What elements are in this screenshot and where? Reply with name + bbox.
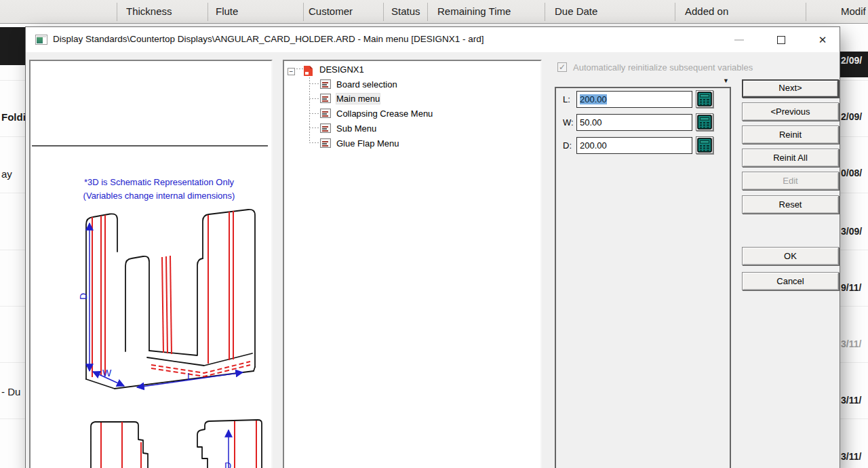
background-table-header: Thickness Flute Customer Status Remainin… xyxy=(0,0,868,24)
dim-label-depth-flat: D xyxy=(224,461,231,468)
calculator-icon xyxy=(697,138,712,153)
chevron-down-icon[interactable]: ▼ xyxy=(723,77,729,84)
depth-calculator-button[interactable] xyxy=(696,136,713,154)
length-value-selected: 200.00 xyxy=(580,94,607,104)
depth-input[interactable]: 200.00 xyxy=(576,137,692,154)
column-header-due-date[interactable]: Due Date xyxy=(555,5,597,17)
column-header-remaining-time[interactable]: Remaining Time xyxy=(437,5,511,17)
edit-button: Edit xyxy=(742,172,839,190)
menu-page-icon xyxy=(320,123,331,133)
menu-tree-panel: − DESIGNX1 Board selection Main menu Col… xyxy=(283,60,542,468)
menu-page-icon xyxy=(320,138,331,148)
length-label: L: xyxy=(563,94,570,104)
column-header-customer[interactable]: Customer xyxy=(309,5,353,17)
minimize-button[interactable] xyxy=(728,31,751,48)
background-row-fragment[interactable]: ay xyxy=(1,168,12,180)
column-separator xyxy=(545,3,545,21)
calculator-icon xyxy=(697,115,712,130)
background-date-cell[interactable]: 2/09/ xyxy=(841,111,862,122)
tree-item-label[interactable]: Sub Menu xyxy=(336,123,376,134)
column-separator xyxy=(675,3,675,21)
background-date-cell[interactable]: 3/11/ xyxy=(841,451,861,462)
dialog-title: Display Standards\Countertop Displays\AN… xyxy=(53,34,484,44)
card-holder-3d-drawing: D W L D xyxy=(31,61,271,468)
column-separator xyxy=(427,3,428,21)
column-header-added-on[interactable]: Added on xyxy=(685,5,728,17)
tree-item-label-selected[interactable]: Main menu xyxy=(336,94,380,104)
background-date-cell[interactable]: 0/08/ xyxy=(841,168,862,178)
column-header-flute[interactable]: Flute xyxy=(216,5,238,17)
maximize-icon xyxy=(777,36,785,44)
auto-reinit-checkbox: ✓ xyxy=(557,62,567,72)
app-icon xyxy=(35,35,47,45)
tree-item-main-menu[interactable]: Main menu xyxy=(284,93,540,105)
dialog-title-bar[interactable]: Display Standards\Countertop Displays\AN… xyxy=(26,27,840,52)
preview-panel: *3D is Schematic Representation Only (Va… xyxy=(29,60,273,468)
column-separator xyxy=(303,3,304,21)
menu-page-icon xyxy=(320,109,331,118)
column-separator xyxy=(383,3,384,21)
tree-item-board-selection[interactable]: Board selection xyxy=(284,79,540,91)
width-input[interactable]: 50.00 xyxy=(576,114,692,131)
standards-dialog: Display Standards\Countertop Displays\AN… xyxy=(26,27,840,468)
background-date-cell[interactable]: 9/11/ xyxy=(841,282,861,293)
column-header-modified[interactable]: Modif xyxy=(841,5,866,17)
depth-label: D: xyxy=(563,140,572,151)
next-button[interactable]: Next> xyxy=(742,79,839,98)
background-row-fragment[interactable]: Foldi xyxy=(1,111,26,123)
width-label: W: xyxy=(563,117,574,128)
reset-button[interactable]: Reset xyxy=(742,195,839,214)
menu-page-icon xyxy=(320,79,331,89)
screen: Thickness Flute Customer Status Remainin… xyxy=(0,0,868,468)
column-header-thickness[interactable]: Thickness xyxy=(126,5,172,17)
tree-root-row[interactable]: − DESIGNX1 xyxy=(284,64,540,76)
design-file-icon xyxy=(304,66,313,76)
background-dark-band-left xyxy=(0,27,26,65)
cancel-button[interactable]: Cancel xyxy=(742,272,839,290)
dim-label-width: W xyxy=(102,368,112,378)
column-separator xyxy=(208,3,208,21)
tree-item-label[interactable]: Glue Flap Menu xyxy=(336,138,399,149)
tree-item-collapsing-crease-menu[interactable]: Collapsing Crease Menu xyxy=(284,108,540,120)
tree-item-glue-flap-menu[interactable]: Glue Flap Menu xyxy=(284,138,540,150)
auto-reinit-label: Automatically reinitialize subsequent va… xyxy=(573,62,753,73)
background-date-cell[interactable]: 3/11/ xyxy=(841,338,861,349)
calculator-icon xyxy=(697,92,712,106)
close-button[interactable]: ✕ xyxy=(811,31,834,48)
tree-item-label[interactable]: Board selection xyxy=(336,79,397,90)
ok-button[interactable]: OK xyxy=(742,247,839,265)
column-header-status[interactable]: Status xyxy=(391,5,420,17)
length-calculator-button[interactable] xyxy=(696,90,713,108)
reinit-all-button[interactable]: Reinit All xyxy=(742,149,839,167)
tree-item-sub-menu[interactable]: Sub Menu xyxy=(284,123,540,135)
menu-page-icon xyxy=(320,94,331,103)
tree-root-label[interactable]: DESIGNX1 xyxy=(319,64,364,75)
previous-button[interactable]: <Previous xyxy=(742,102,839,121)
maximize-button[interactable] xyxy=(770,31,793,48)
column-separator xyxy=(117,3,117,21)
width-calculator-button[interactable] xyxy=(696,113,713,131)
background-date-cell[interactable]: 3/09/ xyxy=(841,226,862,237)
minimize-icon xyxy=(734,39,744,41)
reinit-button[interactable]: Reinit xyxy=(742,125,839,144)
dim-label-length: L xyxy=(187,371,193,382)
dim-label-depth: D xyxy=(78,293,89,300)
tree-collapse-icon[interactable]: − xyxy=(288,68,295,75)
column-separator xyxy=(806,3,806,21)
length-input[interactable]: 200.00 xyxy=(576,91,692,108)
background-date-cell[interactable]: 2/09/ xyxy=(841,55,862,66)
background-date-cell[interactable]: 3/11/ xyxy=(841,395,861,406)
background-row-fragment[interactable]: - Du xyxy=(1,386,20,397)
tree-item-label[interactable]: Collapsing Crease Menu xyxy=(336,109,433,119)
